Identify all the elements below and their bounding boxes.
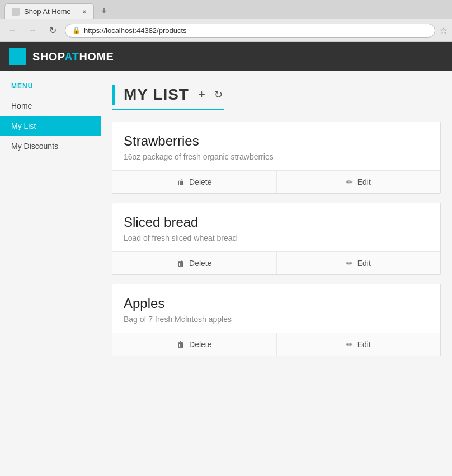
page-title-bar xyxy=(112,85,115,105)
edit-button[interactable]: ✏ Edit xyxy=(277,252,441,274)
bookmark-icon[interactable]: ☆ xyxy=(440,25,448,36)
product-card: Strawberries 16oz package of fresh organ… xyxy=(112,122,441,194)
product-card-actions: 🗑 Delete ✏ Edit xyxy=(112,333,440,356)
product-card: Apples Bag of 7 fresh McIntosh apples 🗑 … xyxy=(112,284,441,356)
back-button[interactable]: ← xyxy=(4,22,20,38)
delete-button[interactable]: 🗑 Delete xyxy=(112,333,277,356)
edit-label: Edit xyxy=(357,259,371,268)
product-card-actions: 🗑 Delete ✏ Edit xyxy=(112,251,440,274)
app-title-shop: SHOP xyxy=(32,50,64,63)
tab-close-button[interactable]: × xyxy=(82,8,87,16)
page-title: MY LIST xyxy=(124,86,189,104)
product-description: Bag of 7 fresh McIntosh apples xyxy=(124,315,429,324)
trash-icon: 🗑 xyxy=(177,259,185,268)
sidebar-item-my-discounts[interactable]: My Discounts xyxy=(0,136,101,156)
product-name: Strawberries xyxy=(124,133,429,149)
app-title-home: HOME xyxy=(79,50,114,63)
app-logo xyxy=(9,48,26,65)
edit-icon: ✏ xyxy=(346,340,353,349)
edit-label: Edit xyxy=(357,178,371,186)
tab-favicon xyxy=(12,8,20,16)
product-card: Sliced bread Load of fresh sliced wheat … xyxy=(112,203,441,275)
edit-button[interactable]: ✏ Edit xyxy=(277,333,441,356)
edit-icon: ✏ xyxy=(346,178,353,186)
delete-label: Delete xyxy=(189,178,211,186)
sidebar-item-home[interactable]: Home xyxy=(0,96,101,116)
product-name: Sliced bread xyxy=(124,214,429,230)
app-body: MENU Home My List My Discounts MY LIST +… xyxy=(0,71,452,463)
sidebar-menu-label: MENU xyxy=(0,82,101,96)
trash-icon: 🗑 xyxy=(177,178,185,186)
product-card-body: Sliced bread Load of fresh sliced wheat … xyxy=(112,203,440,251)
trash-icon: 🗑 xyxy=(177,340,185,349)
browser-tab[interactable]: Shop At Home × xyxy=(4,3,94,19)
delete-label: Delete xyxy=(189,259,211,268)
delete-button[interactable]: 🗑 Delete xyxy=(112,171,277,193)
url-bar[interactable]: 🔒 https://localhost:44382/products xyxy=(65,24,435,38)
address-bar: ← → ↻ 🔒 https://localhost:44382/products… xyxy=(0,19,452,41)
delete-button[interactable]: 🗑 Delete xyxy=(112,252,277,274)
tab-bar: Shop At Home × + xyxy=(0,0,452,19)
product-description: 16oz package of fresh organic strawberri… xyxy=(124,152,429,161)
product-name: Apples xyxy=(124,296,429,311)
product-description: Load of fresh sliced wheat bread xyxy=(124,234,429,242)
product-card-body: Strawberries 16oz package of fresh organ… xyxy=(112,122,440,170)
lock-icon: 🔒 xyxy=(72,26,81,34)
edit-icon: ✏ xyxy=(346,259,353,268)
product-card-body: Apples Bag of 7 fresh McIntosh apples xyxy=(112,284,440,333)
app-title: SHOPATHOME xyxy=(32,50,114,63)
sidebar-item-my-list[interactable]: My List xyxy=(0,116,101,136)
delete-label: Delete xyxy=(189,340,211,349)
app-title-at: AT xyxy=(64,50,79,63)
page-title-row: MY LIST + ↻ xyxy=(112,85,224,110)
sidebar: MENU Home My List My Discounts xyxy=(0,71,101,463)
refresh-button[interactable]: ↻ xyxy=(45,22,60,38)
product-card-actions: 🗑 Delete ✏ Edit xyxy=(112,170,440,193)
edit-button[interactable]: ✏ Edit xyxy=(277,171,441,193)
add-item-button[interactable]: + xyxy=(198,88,205,101)
browser-chrome: Shop At Home × + ← → ↻ 🔒 https://localho… xyxy=(0,0,452,42)
forward-button[interactable]: → xyxy=(25,22,40,38)
edit-label: Edit xyxy=(357,340,371,349)
new-tab-button[interactable]: + xyxy=(96,3,112,19)
tab-title: Shop At Home xyxy=(24,7,78,16)
url-text: https://localhost:44382/products xyxy=(84,26,428,35)
refresh-list-button[interactable]: ↻ xyxy=(214,88,223,101)
main-content: MY LIST + ↻ Strawberries 16oz package of… xyxy=(101,71,452,463)
app-header: SHOPATHOME xyxy=(0,42,452,71)
